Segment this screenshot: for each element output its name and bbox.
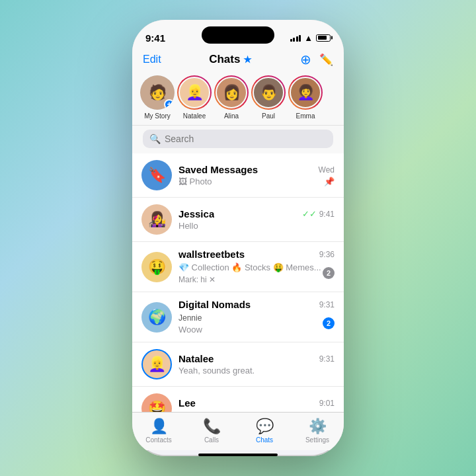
tab-calls[interactable]: 📞 Calls xyxy=(185,413,238,445)
story-label-alina: Alina xyxy=(224,112,239,120)
chat-preview-natalee: Yeah, sounds great. xyxy=(178,366,335,376)
story-label-my-story: My Story xyxy=(144,112,170,120)
chat-avatar-saved-messages: 🔖 xyxy=(141,160,172,190)
story-avatar-emma: 👩‍🦱 xyxy=(288,75,323,110)
chat-content-wallstreetbets: wallstreetbets 9:36 💎 Collection 🔥 Stock… xyxy=(178,249,335,285)
chat-time-wallstreetbets: 9:36 xyxy=(319,250,335,259)
story-avatar-natalee: 👱‍♀️ xyxy=(177,75,212,110)
chat-avatar-jessica: 👩‍🎤 xyxy=(141,204,172,235)
chat-item-saved-messages[interactable]: 🔖 Saved Messages Wed 🖼 Photo 📌 xyxy=(132,153,344,198)
contacts-tab-icon: 👤 xyxy=(150,418,168,435)
signal-bars-icon xyxy=(290,34,301,42)
chats-header: Edit Chats ★ ⊕ ✏️ xyxy=(132,49,344,73)
chat-sender-digital-nomads: Jennie xyxy=(178,313,202,323)
add-chat-button[interactable]: ⊕ xyxy=(300,52,311,67)
chat-name-lee: Lee xyxy=(178,397,196,409)
chat-name-natalee: Natalee xyxy=(178,353,214,364)
chats-tab-icon: 💬 xyxy=(256,418,274,435)
chat-time-lee: 9:01 xyxy=(319,399,335,408)
home-indicator xyxy=(198,454,278,456)
chat-item-wallstreetbets[interactable]: 🤑 wallstreetbets 9:36 💎 Collection 🔥 Sto… xyxy=(132,242,344,292)
status-time: 9:41 xyxy=(145,32,165,44)
story-alina[interactable]: 👩 Alina xyxy=(213,75,250,120)
chat-item-natalee[interactable]: 👱‍♀️ Natalee 9:31 Yeah, sounds great. xyxy=(132,342,344,387)
story-emma[interactable]: 👩‍🦱 Emma xyxy=(287,75,324,120)
contacts-tab-label: Contacts xyxy=(145,436,171,444)
chat-name-jessica: Jessica xyxy=(178,208,214,219)
badge-digital-nomads: 2 xyxy=(323,317,335,329)
badge-wallstreetbets: 2 xyxy=(323,267,335,279)
chat-name-digital-nomads: Digital Nomads xyxy=(178,299,251,310)
chats-tab-label: Chats xyxy=(256,436,273,444)
header-actions: ⊕ ✏️ xyxy=(300,52,333,67)
chat-time-saved-messages: Wed xyxy=(319,165,335,175)
chat-name-wallstreetbets: wallstreetbets xyxy=(178,249,245,260)
chat-list: 🔖 Saved Messages Wed 🖼 Photo 📌 👩‍🎤 Jessi… xyxy=(132,153,344,412)
chat-preview-jessica: Hello xyxy=(178,221,335,231)
chat-name-saved-messages: Saved Messages xyxy=(178,164,258,175)
battery-icon xyxy=(316,34,331,42)
chat-item-digital-nomads[interactable]: 🌍 Digital Nomads 9:31 Jennie Woow 2 xyxy=(132,292,344,342)
compose-button[interactable]: ✏️ xyxy=(319,53,333,67)
chat-preview-digital-nomads: Woow xyxy=(178,325,202,335)
phone-frame: 9:41 ▲ Edit Chats ★ ⊕ xyxy=(132,20,344,456)
pin-icon-saved-messages: 📌 xyxy=(324,177,335,186)
search-bar: 🔍 xyxy=(132,126,344,153)
chat-avatar-digital-nomads: 🌍 xyxy=(141,302,172,333)
story-avatar-paul: 👨 xyxy=(251,75,286,110)
search-input[interactable] xyxy=(165,134,327,144)
chat-item-lee[interactable]: 🤩 Lee 9:01 Mind if I invite my friend? xyxy=(132,387,344,412)
chat-content-digital-nomads: Digital Nomads 9:31 Jennie Woow 2 xyxy=(178,299,335,335)
tab-chats[interactable]: 💬 Chats xyxy=(238,413,291,445)
status-icons: ▲ xyxy=(290,33,331,43)
chat-time-jessica: 9:41 xyxy=(319,210,335,219)
tab-settings[interactable]: ⚙️ Settings xyxy=(291,413,344,445)
chat-avatar-natalee: 👱‍♀️ xyxy=(141,349,172,379)
chat-preview-lee: Mind if I invite my friend? xyxy=(178,410,335,412)
chat-time-digital-nomads: 9:31 xyxy=(319,300,335,309)
chat-preview-saved-messages: 🖼 Photo xyxy=(178,177,324,186)
story-label-emma: Emma xyxy=(296,112,315,120)
settings-tab-label: Settings xyxy=(305,436,329,444)
search-icon: 🔍 xyxy=(149,134,161,144)
chat-content-lee: Lee 9:01 Mind if I invite my friend? xyxy=(178,397,335,412)
calls-tab-icon: 📞 xyxy=(203,418,221,435)
tab-contacts[interactable]: 👤 Contacts xyxy=(132,413,185,445)
header-star-icon: ★ xyxy=(243,54,252,65)
notch xyxy=(202,26,274,44)
story-natalee[interactable]: 👱‍♀️ Natalee xyxy=(176,75,213,120)
calls-tab-label: Calls xyxy=(204,436,219,444)
stories-row: 🧑 + My Story 👱‍♀️ Natalee 👩 Alina xyxy=(132,73,344,126)
bottom-tabs: 👤 Contacts 📞 Calls 💬 Chats ⚙️ Settings xyxy=(132,412,344,450)
search-input-wrap: 🔍 xyxy=(143,130,333,148)
edit-button[interactable]: Edit xyxy=(143,54,161,65)
story-paul[interactable]: 👨 Paul xyxy=(250,75,287,120)
chat-time-natalee: 9:31 xyxy=(319,354,335,364)
header-title: Chats ★ xyxy=(209,53,252,66)
story-avatar-alina: 👩 xyxy=(214,75,249,110)
story-label-paul: Paul xyxy=(262,112,275,120)
add-story-plus-icon: + xyxy=(164,99,175,110)
chat-preview-wallstreetbets-sender: Mark: hi ✕ xyxy=(178,275,216,284)
story-label-natalee: Natalee xyxy=(183,112,206,120)
settings-tab-icon: ⚙️ xyxy=(309,418,327,435)
chat-avatar-lee: 🤩 xyxy=(141,393,172,412)
chat-content-saved-messages: Saved Messages Wed 🖼 Photo 📌 xyxy=(178,164,335,186)
chat-content-natalee: Natalee 9:31 Yeah, sounds great. xyxy=(178,353,335,376)
chat-item-jessica[interactable]: 👩‍🎤 Jessica ✓✓ 9:41 Hello xyxy=(132,198,344,242)
checkmark-jessica: ✓✓ xyxy=(302,209,317,219)
story-my-story[interactable]: 🧑 + My Story xyxy=(139,75,176,120)
chat-avatar-wallstreetbets: 🤑 xyxy=(141,252,172,282)
status-bar: 9:41 ▲ xyxy=(132,20,344,49)
chat-content-jessica: Jessica ✓✓ 9:41 Hello xyxy=(178,208,335,231)
story-avatar-my-story: 🧑 + xyxy=(140,75,175,110)
wifi-icon: ▲ xyxy=(304,33,313,43)
chat-preview-wallstreetbets-main: 💎 Collection 🔥 Stocks 🤑 Memes... xyxy=(178,262,321,272)
